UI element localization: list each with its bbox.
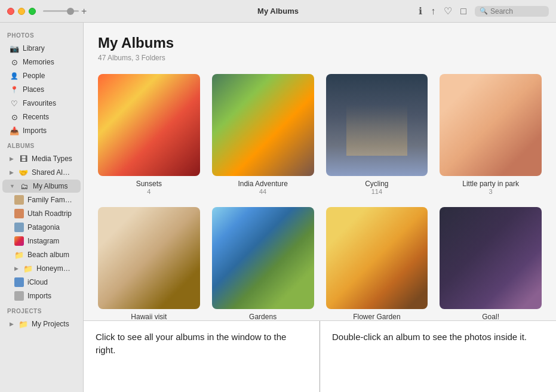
search-box[interactable]: 🔍 (475, 6, 549, 17)
shared-expander: ▶ (10, 169, 14, 175)
album-count-cycling: 114 (371, 188, 382, 195)
tip-right-text: Double-click an album to see the photos … (332, 332, 527, 342)
album-name-goal: Goal! (482, 313, 499, 321)
minimize-button[interactable] (18, 8, 25, 15)
album-card-gardens[interactable]: Gardens 24 (212, 207, 314, 320)
info-icon[interactable]: ℹ (419, 5, 422, 17)
sidebar-item-places[interactable]: 📍 Places (2, 83, 81, 96)
album-thumbnail-cycling (326, 74, 428, 176)
my-albums-expander: ▼ (10, 183, 15, 189)
sidebar-item-memories[interactable]: ⊙ Memories (2, 55, 81, 69)
title-bar: + My Albums ℹ ↑ ♡ □ 🔍 (0, 0, 556, 23)
sidebar-label-patagonia: Patagonia (27, 223, 60, 232)
sidebar-item-imports2[interactable]: Imports (2, 289, 81, 303)
sidebar-item-my-projects[interactable]: ▶ 📁 My Projects (2, 317, 81, 331)
content-panel: My Albums 47 Albums, 3 Folders Sunsets 4… (84, 23, 556, 392)
icloud-icon (14, 277, 24, 287)
album-card-flower[interactable]: Flower Garden 8 (326, 207, 428, 320)
sidebar-label-imports: Imports (23, 126, 47, 135)
my-projects-expander: ▶ (10, 321, 14, 327)
sidebar-label-places: Places (23, 85, 44, 94)
sidebar-item-people[interactable]: 👤 People (2, 69, 81, 82)
album-thumbnail-hawaii (98, 207, 200, 309)
sidebar-label-my-albums: My Albums (33, 182, 68, 190)
sidebar-item-honeymoon[interactable]: ▶ 📁 Honeymoon (2, 262, 81, 275)
sidebar-item-patagonia[interactable]: Patagonia (2, 221, 81, 234)
album-count-party: 3 (489, 188, 493, 195)
my-projects-icon: 📁 (19, 319, 28, 329)
sidebar-label-imports2: Imports (27, 292, 51, 300)
sidebar-section-photos: Photos (0, 27, 83, 41)
sidebar-item-beach-album[interactable]: 📁 Beach album (2, 248, 81, 261)
album-thumbnail-sunsets (98, 74, 200, 176)
album-main: My Albums 47 Albums, 3 Folders Sunsets 4… (84, 23, 556, 320)
zoom-slider[interactable]: + (43, 6, 87, 17)
media-types-icon: 🎞 (19, 154, 28, 163)
sidebar-item-icloud[interactable]: iCloud (2, 276, 81, 289)
sidebar-label-memories: Memories (23, 58, 54, 66)
sidebar-item-library[interactable]: 📷 Library (2, 42, 81, 55)
imports-icon: 📥 (10, 126, 19, 135)
sidebar-section-albums: Albums (0, 138, 83, 152)
my-albums-icon: 🗂 (20, 181, 29, 191)
heart-icon[interactable]: ♡ (444, 5, 452, 17)
album-name-hawaii: Hawaii visit (131, 313, 167, 321)
album-name-india: India Adventure (238, 180, 287, 188)
sidebar-label-honeymoon: Honeymoon (36, 264, 73, 273)
memories-icon: ⊙ (10, 57, 19, 67)
album-name-cycling: Cycling (365, 180, 388, 188)
tip-right: Double-click an album to see the photos … (320, 321, 556, 392)
sidebar-label-instagram: Instagram (27, 237, 59, 245)
album-card-cycling[interactable]: Cycling 114 (326, 74, 428, 195)
sidebar-item-recents[interactable]: ⊙ Recents (2, 110, 81, 124)
honeymoon-expander: ▶ (14, 266, 19, 271)
sidebar-item-imports[interactable]: 📥 Imports (2, 124, 81, 137)
sidebar-label-my-projects: My Projects (32, 320, 69, 328)
sidebar-label-utah-roadtrip: Utah Roadtrip (27, 209, 72, 218)
slider-thumb[interactable] (67, 8, 74, 15)
sidebar-item-media-types[interactable]: ▶ 🎞 Media Types (2, 152, 81, 165)
tip-left: Click to see all your albums in the wind… (84, 321, 320, 392)
close-button[interactable] (7, 8, 14, 15)
beach-icon: 📁 (14, 250, 24, 260)
sidebar-item-family-family[interactable]: Family Family... (2, 193, 81, 206)
favourites-icon: ♡ (10, 98, 19, 108)
recents-icon: ⊙ (10, 112, 19, 122)
album-card-india[interactable]: India Adventure 44 (212, 74, 314, 195)
shared-albums-icon: 🤝 (19, 168, 28, 177)
imports2-icon (14, 291, 24, 301)
sidebar-label-icloud: iCloud (27, 278, 48, 286)
slider-track (43, 10, 79, 12)
toolbar-right: ℹ ↑ ♡ □ 🔍 (419, 5, 549, 17)
sidebar-label-recents: Recents (23, 113, 49, 121)
sidebar-item-instagram[interactable]: Instagram (2, 234, 81, 248)
patagonia-icon (14, 223, 24, 232)
search-icon: 🔍 (480, 7, 488, 15)
sidebar-item-my-albums[interactable]: ▼ 🗂 My Albums (2, 180, 81, 193)
search-input[interactable] (490, 7, 544, 16)
slider-plus-icon[interactable]: + (81, 6, 87, 17)
bottom-tips: Click to see all your albums in the wind… (84, 320, 556, 392)
album-thumbnail-flower (326, 207, 428, 309)
album-card-hawaii[interactable]: Hawaii visit 2 (98, 207, 200, 320)
sidebar-label-library: Library (23, 44, 45, 53)
album-thumbnail-gardens (212, 207, 314, 309)
sidebar-item-utah-roadtrip[interactable]: Utah Roadtrip (2, 207, 81, 220)
tip-left-text: Click to see all your albums in the wind… (96, 332, 286, 355)
sidebar-item-favourites[interactable]: ♡ Favourites (2, 97, 81, 110)
album-card-sunsets[interactable]: Sunsets 4 (98, 74, 200, 195)
add-icon[interactable]: □ (460, 6, 466, 17)
sidebar-label-family-family: Family Family... (27, 196, 73, 204)
family-family-icon (14, 195, 24, 205)
sidebar-label-media-types: Media Types (32, 155, 72, 163)
album-thumbnail-party (440, 74, 542, 176)
library-icon: 📷 (10, 44, 19, 53)
page-title: My Albums (98, 35, 542, 51)
share-icon[interactable]: ↑ (431, 6, 435, 17)
album-thumbnail-india (212, 74, 314, 176)
album-card-party[interactable]: Little party in park 3 (440, 74, 542, 195)
album-card-goal[interactable]: Goal! 12 (440, 207, 542, 320)
maximize-button[interactable] (29, 8, 36, 15)
sidebar-item-shared-albums[interactable]: ▶ 🤝 Shared Albums (2, 166, 81, 179)
album-count-india: 44 (259, 188, 266, 195)
